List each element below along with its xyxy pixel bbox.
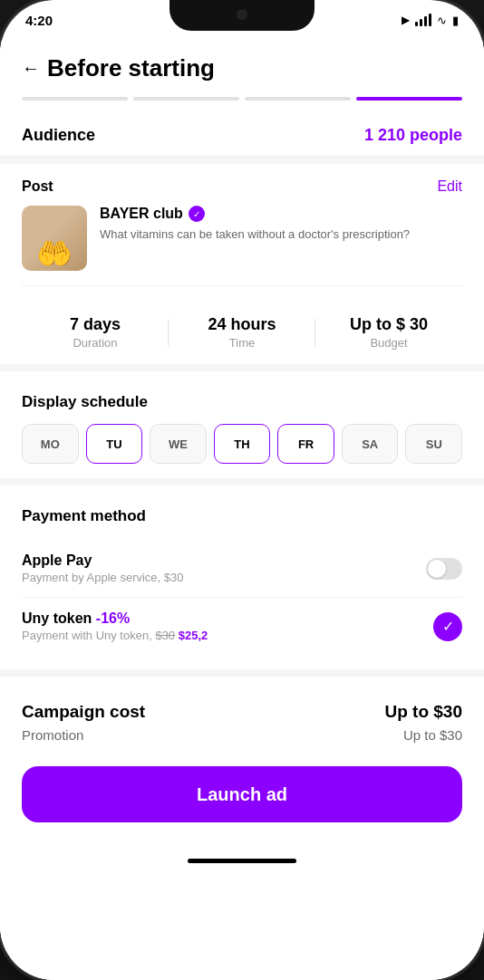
cost-section: Campaign cost Up to $30 Promotion Up to … [0, 684, 484, 743]
payment-apple-pay: Apple Pay Payment by Apple service, $30 [22, 540, 462, 598]
divider-2 [0, 364, 484, 371]
content-area: ← Before starting Audience 1 210 people [0, 40, 484, 980]
day-tu[interactable]: TU [86, 424, 143, 464]
signal-bars [415, 14, 431, 26]
verified-icon: ✓ [189, 206, 205, 222]
header: ← Before starting [0, 40, 484, 97]
apple-pay-desc: Payment by Apple service, $30 [22, 571, 184, 584]
uny-token-desc: Payment with Uny token, $30 $25,2 [22, 629, 208, 642]
day-su[interactable]: SU [405, 424, 462, 464]
home-indicator [188, 859, 296, 863]
stat-budget: Up to $ 30 Budget [315, 315, 462, 350]
cost-promotion-value: Up to $30 [403, 727, 462, 743]
payment-section: Payment method Apple Pay Payment by Appl… [0, 493, 484, 669]
post-section: Post Edit 🤲 BAYER club ✓ What vitami [0, 164, 484, 301]
camera-dot [237, 9, 247, 20]
post-label: Post [22, 178, 53, 195]
stat-time-label: Time [169, 336, 315, 350]
status-icons: ▶ ∿ ▮ [402, 14, 459, 27]
post-brand-row: BAYER club ✓ [100, 206, 462, 222]
payment-uny-token: Uny token -16% Payment with Uny token, $… [22, 598, 462, 655]
discounted-price: $25,2 [179, 629, 208, 642]
day-th[interactable]: TH [214, 424, 271, 464]
apple-pay-name: Apple Pay [22, 552, 184, 569]
stat-time-value: 24 hours [169, 315, 315, 334]
divider-4 [0, 669, 484, 677]
uny-token-name: Uny token -16% [22, 610, 208, 627]
step-4 [356, 97, 462, 101]
cost-total-value: Up to $30 [384, 702, 462, 722]
brand-name: BAYER club [100, 206, 183, 222]
post-info: BAYER club ✓ What vitamins can be taken … [100, 206, 462, 271]
stat-duration: 7 days Duration [22, 315, 169, 350]
progress-steps [0, 97, 484, 115]
cost-sub-row: Promotion Up to $30 [22, 727, 462, 743]
stat-duration-label: Duration [22, 336, 169, 350]
divider-3 [0, 478, 484, 485]
audience-label: Audience [22, 126, 95, 145]
location-icon: ▶ [402, 14, 410, 26]
day-fr[interactable]: FR [277, 424, 334, 464]
launch-section: Launch ad [0, 748, 484, 859]
stat-duration-value: 7 days [22, 315, 169, 334]
stat-budget-label: Budget [315, 336, 462, 350]
day-buttons: MO TU WE TH FR SA SU [22, 424, 462, 464]
step-1 [22, 97, 128, 101]
cost-title: Campaign cost [22, 702, 145, 722]
uny-discount: -16% [96, 610, 130, 626]
back-button[interactable]: ← [22, 58, 40, 79]
divider-1 [0, 157, 484, 164]
cost-promotion-label: Promotion [22, 727, 83, 743]
toggle-knob [428, 560, 446, 578]
step-2 [133, 97, 239, 101]
post-thumbnail: 🤲 [22, 206, 87, 271]
day-sa[interactable]: SA [342, 424, 399, 464]
inner-content: ← Before starting Audience 1 210 people [0, 40, 484, 980]
battery-icon: ▮ [452, 14, 459, 27]
stat-time: 24 hours Time [169, 315, 315, 350]
wifi-icon: ∿ [437, 14, 447, 27]
audience-value: 1 210 people [364, 126, 462, 145]
schedule-section: Display schedule MO TU WE TH FR SA SU [0, 379, 484, 478]
page-title: Before starting [47, 54, 215, 82]
post-header: Post Edit [22, 178, 462, 195]
signal-bar-3 [424, 16, 427, 26]
apple-pay-info: Apple Pay Payment by Apple service, $30 [22, 552, 184, 584]
day-mo[interactable]: MO [22, 424, 79, 464]
edit-link[interactable]: Edit [437, 178, 462, 195]
stat-budget-value: Up to $ 30 [315, 315, 462, 334]
original-price: $30 [155, 629, 175, 642]
audience-row: Audience 1 210 people [0, 115, 484, 157]
notch [169, 0, 315, 31]
schedule-title: Display schedule [22, 393, 462, 411]
step-3 [245, 97, 351, 101]
phone-screen: 4:20 ▶ ∿ ▮ [0, 0, 484, 980]
uny-token-check[interactable]: ✓ [433, 612, 462, 641]
status-time: 4:20 [25, 13, 53, 28]
signal-bar-2 [420, 19, 422, 26]
day-we[interactable]: WE [150, 424, 207, 464]
launch-ad-button[interactable]: Launch ad [22, 766, 462, 822]
uny-token-info: Uny token -16% Payment with Uny token, $… [22, 610, 208, 642]
stats-row: 7 days Duration 24 hours Time Up to $ 30… [0, 301, 484, 364]
apple-pay-toggle[interactable] [426, 558, 462, 580]
phone-frame: 4:20 ▶ ∿ ▮ [0, 0, 484, 980]
thumbnail-hands: 🤲 [36, 236, 73, 271]
signal-bar-4 [429, 14, 431, 26]
post-card: 🤲 BAYER club ✓ What vitamins can be take… [22, 206, 462, 286]
cost-main-row: Campaign cost Up to $30 [22, 702, 462, 722]
post-description: What vitamins can be taken without a doc… [100, 227, 410, 241]
payment-title: Payment method [22, 507, 462, 525]
signal-bar-1 [415, 22, 418, 26]
back-row: ← Before starting [22, 54, 462, 82]
